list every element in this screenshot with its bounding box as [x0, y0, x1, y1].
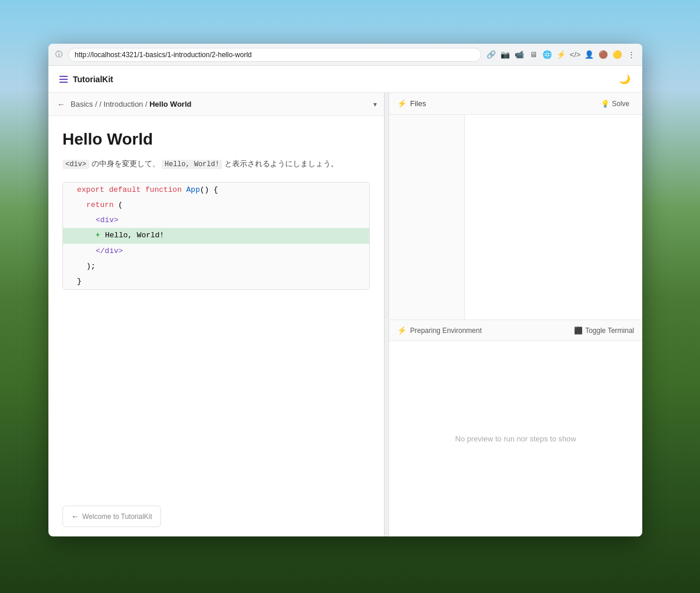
- breadcrumb-intro[interactable]: Introduction: [103, 100, 143, 108]
- screenshot-icon[interactable]: 📷: [500, 50, 510, 60]
- files-panel: ⚡ Files 💡 Solve: [389, 93, 642, 320]
- browser-chrome: ⓘ http://localhost:4321/1-basics/1-intro…: [48, 44, 642, 66]
- desc-code-hello: Hello, World!: [162, 160, 222, 169]
- code-line-1: export default function App() {: [63, 183, 369, 198]
- files-sidebar: [389, 115, 465, 320]
- solve-icon: 💡: [601, 100, 610, 108]
- code-line-7-marker: [68, 276, 77, 287]
- profile-icon[interactable]: 👤: [584, 50, 594, 60]
- logo-icon: [58, 73, 69, 85]
- env-panel: ⚡ Preparing Environment ⬛ Toggle Termina…: [389, 320, 642, 536]
- menu-icon[interactable]: ⋮: [626, 50, 636, 60]
- files-header: ⚡ Files 💡 Solve: [389, 93, 642, 115]
- code-icon[interactable]: </>: [570, 50, 580, 60]
- bookmark-icon[interactable]: 🔗: [486, 50, 496, 60]
- lesson-description: <div> の中身を変更して、 Hello, World! と表示されるようにし…: [62, 158, 370, 170]
- code-line-6: );: [63, 259, 369, 274]
- env-header: ⚡ Preparing Environment ⬛ Toggle Termina…: [389, 320, 642, 341]
- solve-label: Solve: [612, 100, 629, 108]
- env-status-icon: ⚡: [397, 326, 407, 335]
- code-block: export default function App() { return (…: [62, 182, 370, 290]
- breadcrumb-sep1: /: [95, 100, 97, 108]
- theme-toggle-button[interactable]: 🌙: [617, 71, 633, 87]
- header-right: 🌙: [617, 71, 633, 87]
- breadcrumb-current: Hello World: [149, 100, 191, 108]
- app-name: TutorialKit: [73, 75, 113, 84]
- panel-divider[interactable]: ⋮: [384, 93, 389, 536]
- app-logo: TutorialKit: [58, 73, 113, 85]
- terminal-icon: ⬛: [574, 327, 583, 335]
- translate-icon[interactable]: 🌐: [542, 50, 552, 60]
- nav-prev-icon: ←: [71, 512, 79, 521]
- solve-button[interactable]: 💡 Solve: [596, 97, 634, 110]
- code-line-1-marker: [68, 184, 77, 196]
- no-preview-text: No preview to run nor steps to show: [455, 434, 576, 443]
- cast-icon[interactable]: 🖥: [528, 50, 538, 60]
- url-text: http://localhost:4321/1-basics/1-introdu…: [75, 51, 252, 59]
- code-line-3: <div>: [63, 213, 369, 228]
- env-status: ⚡ Preparing Environment: [397, 326, 482, 335]
- toggle-terminal-button[interactable]: ⬛ Toggle Terminal: [574, 327, 634, 335]
- files-content: [389, 115, 642, 320]
- files-title: ⚡ Files: [397, 99, 426, 108]
- browser-window: ⓘ http://localhost:4321/1-basics/1-intro…: [48, 44, 642, 536]
- code-line-4-marker: +: [96, 230, 105, 241]
- code-line-5: </div>: [63, 244, 369, 259]
- code-line-2: return (: [63, 198, 369, 213]
- left-panel: ← Basics / / Introduction / Hello World …: [48, 93, 384, 536]
- camera-icon[interactable]: 📹: [514, 50, 524, 60]
- breadcrumb-back-button[interactable]: ←: [55, 99, 67, 110]
- breadcrumb-dropdown[interactable]: ▾: [373, 100, 377, 108]
- desc-text-suffix: と表示されるようにしましょう。: [225, 159, 338, 168]
- app-header: TutorialKit 🌙: [48, 66, 642, 93]
- desc-code-div: <div>: [62, 160, 89, 169]
- desc-text-middle: の中身を変更して、: [92, 159, 160, 168]
- nav-prev-button[interactable]: ← Welcome to TutorialKit: [62, 506, 161, 527]
- code-line-5-marker: [86, 245, 96, 257]
- right-panel: ⚡ Files 💡 Solve ⚡: [389, 93, 642, 536]
- files-label: Files: [410, 99, 426, 108]
- code-line-7: }: [63, 274, 369, 289]
- env-content: No preview to run nor steps to show: [389, 341, 642, 536]
- code-line-2-marker: [77, 199, 86, 211]
- breadcrumb-basics[interactable]: Basics: [71, 100, 93, 108]
- code-line-3-marker: [86, 215, 96, 226]
- main-content: ← Basics / / Introduction / Hello World …: [48, 93, 642, 536]
- code-line-6-marker: [77, 261, 86, 272]
- breadcrumb: Basics / / Introduction / Hello World: [71, 100, 370, 108]
- lesson-content: Hello World <div> の中身を変更して、 Hello, World…: [48, 116, 384, 501]
- terminal-label: Toggle Terminal: [585, 327, 634, 335]
- browser-actions: 🔗 📷 📹 🖥 🌐 ⚡ </> 👤 🟤 🟡 ⋮: [486, 50, 636, 60]
- code-line-4-highlighted: + Hello, World!: [63, 228, 369, 243]
- nav-prev-label: Welcome to TutorialKit: [82, 513, 152, 521]
- info-icon: ⓘ: [54, 50, 64, 59]
- address-bar[interactable]: http://localhost:4321/1-basics/1-introdu…: [68, 48, 481, 62]
- env-status-text: Preparing Environment: [410, 327, 482, 335]
- color1-icon[interactable]: 🟤: [598, 50, 608, 60]
- color2-icon[interactable]: 🟡: [612, 50, 622, 60]
- lesson-nav: ← Welcome to TutorialKit: [48, 501, 384, 536]
- breadcrumb-bar: ← Basics / / Introduction / Hello World …: [48, 93, 384, 116]
- files-icon: ⚡: [397, 99, 407, 108]
- files-main: [465, 115, 642, 320]
- lesson-title: Hello World: [62, 130, 370, 149]
- lightning-icon[interactable]: ⚡: [556, 50, 566, 60]
